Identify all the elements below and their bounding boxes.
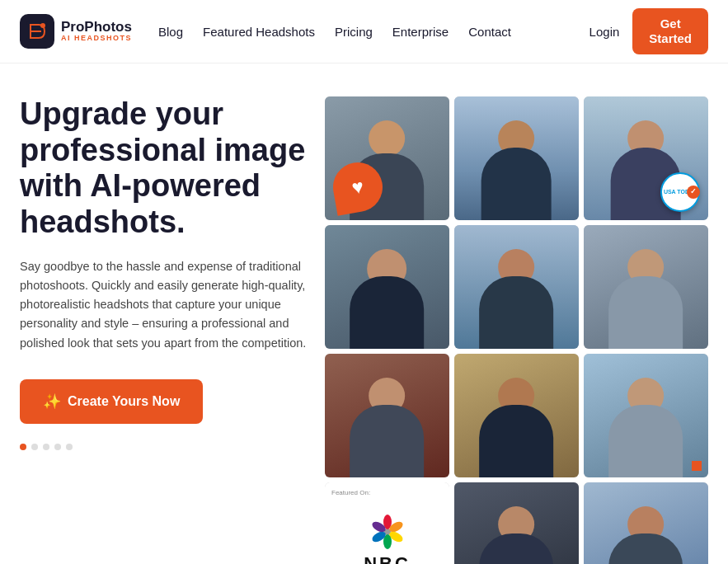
headshot-photo-4	[325, 225, 449, 349]
logo-icon	[20, 14, 54, 49]
headshot-photo-9	[584, 354, 708, 477]
svg-point-1	[40, 23, 45, 28]
nav-featured-headshots[interactable]: Featured Headshots	[203, 25, 315, 39]
headshot-photo-7	[325, 354, 449, 477]
nav-contact[interactable]: Contact	[468, 25, 511, 39]
logo[interactable]: ProPhotos AI HEADSHOTS	[20, 14, 132, 49]
hero-title: Upgrade your professional image with AI-…	[20, 96, 308, 241]
main-content: Upgrade your professional image with AI-…	[0, 63, 728, 564]
indicator-dot	[692, 461, 702, 471]
dot-4	[54, 444, 61, 450]
dot-indicators	[20, 444, 308, 450]
headshot-photo-1: ♥	[325, 96, 449, 220]
wand-icon: ✨	[43, 392, 61, 411]
header-right: Login GetStarted	[589, 8, 708, 54]
headshot-photo-nbc: Featured On: NBC	[325, 482, 449, 564]
create-yours-now-button[interactable]: ✨ Create Yours Now	[20, 379, 203, 424]
nav-pricing[interactable]: Pricing	[335, 25, 373, 39]
logo-text: ProPhotos AI HEADSHOTS	[61, 20, 132, 44]
headshot-photo-2	[454, 96, 579, 220]
dot-5	[66, 444, 73, 450]
hero-left: Upgrade your professional image with AI-…	[20, 96, 308, 450]
headshot-photo-12	[584, 482, 708, 564]
headshot-photo-8	[454, 354, 579, 477]
dot-1	[20, 444, 26, 450]
headshot-photo-11	[454, 482, 579, 564]
checkmark-icon: ✓	[687, 186, 700, 199]
main-nav: Blog Featured Headshots Pricing Enterpri…	[158, 25, 563, 39]
nbc-text: NBC	[364, 553, 411, 564]
featured-on-label: Featured On:	[331, 489, 370, 496]
nav-enterprise[interactable]: Enterprise	[392, 25, 449, 39]
site-header: ProPhotos AI HEADSHOTS Blog Featured Hea…	[0, 0, 728, 63]
headshot-photo-6	[584, 225, 708, 349]
usa-today-badge: USA TODAY ✓	[660, 172, 700, 212]
dot-2	[31, 444, 38, 450]
get-started-button[interactable]: GetStarted	[632, 8, 708, 54]
hero-description: Say goodbye to the hassle and expense of…	[20, 257, 308, 353]
dot-3	[43, 444, 49, 450]
headshot-photo-3: USA TODAY ✓	[584, 96, 708, 220]
headshots-grid: ♥ USA TODAY ✓	[325, 96, 708, 564]
nbc-peacock-icon	[366, 514, 409, 550]
login-link[interactable]: Login	[589, 25, 620, 39]
nav-blog[interactable]: Blog	[158, 25, 183, 39]
headshot-photo-5	[454, 225, 579, 349]
